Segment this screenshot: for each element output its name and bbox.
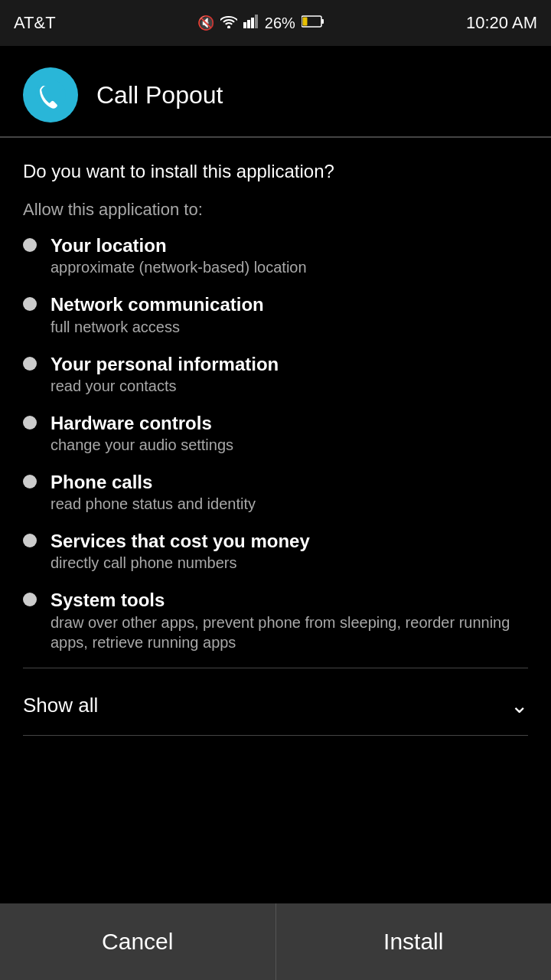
permission-desc: change your audio settings bbox=[51, 435, 233, 455]
mute-icon: 🔇 bbox=[197, 15, 214, 31]
app-header: Call Popout bbox=[0, 46, 551, 136]
bottom-buttons: Cancel Install bbox=[0, 903, 551, 980]
permission-bullet bbox=[23, 593, 37, 606]
status-icons: 🔇 26% bbox=[197, 15, 324, 32]
permission-phone-calls: Phone calls read phone status and identi… bbox=[23, 470, 528, 514]
show-all-label: Show all bbox=[23, 694, 98, 717]
permission-personal-info: Your personal information read your cont… bbox=[23, 352, 528, 396]
main-content: Do you want to install this application?… bbox=[0, 138, 551, 652]
permission-desc: read phone status and identity bbox=[51, 494, 256, 514]
permission-cost-money: Services that cost you money directly ca… bbox=[23, 529, 528, 573]
permission-text: Your location approximate (network-based… bbox=[51, 234, 307, 277]
cancel-button[interactable]: Cancel bbox=[0, 903, 276, 980]
permission-text: Hardware controls change your audio sett… bbox=[51, 411, 233, 455]
permission-bullet bbox=[23, 416, 37, 430]
battery-percentage: 26% bbox=[265, 15, 295, 32]
install-question: Do you want to install this application? bbox=[23, 159, 528, 183]
permission-title: System tools bbox=[51, 588, 528, 612]
wifi-icon bbox=[220, 15, 237, 32]
permission-bullet bbox=[23, 475, 37, 488]
clock: 10:20 AM bbox=[466, 13, 537, 33]
svg-rect-0 bbox=[243, 22, 246, 28]
permission-title: Hardware controls bbox=[51, 411, 233, 435]
permission-bullet bbox=[23, 357, 37, 371]
permission-location: Your location approximate (network-based… bbox=[23, 234, 528, 277]
permission-text: Network communication full network acces… bbox=[51, 292, 264, 336]
permission-system-tools: System tools draw over other apps, preve… bbox=[23, 588, 528, 652]
app-icon bbox=[23, 67, 78, 122]
permission-text: Services that cost you money directly ca… bbox=[51, 529, 310, 573]
permission-bullet bbox=[23, 297, 37, 311]
permission-title: Your location bbox=[51, 234, 307, 257]
permission-bullet bbox=[23, 534, 37, 547]
show-all-divider bbox=[23, 735, 528, 736]
carrier-label: AT&T bbox=[14, 13, 56, 33]
permission-hardware: Hardware controls change your audio sett… bbox=[23, 411, 528, 455]
permission-title: Services that cost you money bbox=[51, 529, 310, 553]
permission-desc: read your contacts bbox=[51, 376, 279, 396]
permission-network: Network communication full network acces… bbox=[23, 292, 528, 336]
svg-rect-1 bbox=[247, 20, 250, 28]
show-all-row[interactable]: Show all ⌄ bbox=[0, 676, 551, 735]
permission-text: System tools draw over other apps, preve… bbox=[51, 588, 528, 652]
allow-label: Allow this application to: bbox=[23, 200, 528, 220]
permission-desc: directly call phone numbers bbox=[51, 553, 310, 573]
permission-title: Network communication bbox=[51, 292, 264, 316]
permission-text: Phone calls read phone status and identi… bbox=[51, 470, 256, 514]
permission-title: Your personal information bbox=[51, 352, 279, 376]
svg-rect-2 bbox=[251, 18, 254, 28]
permission-desc: draw over other apps, prevent phone from… bbox=[51, 612, 528, 652]
permission-text: Your personal information read your cont… bbox=[51, 352, 279, 396]
permission-bullet bbox=[23, 238, 37, 252]
install-button[interactable]: Install bbox=[276, 903, 552, 980]
svg-rect-6 bbox=[302, 17, 307, 25]
chevron-down-icon: ⌄ bbox=[510, 693, 528, 718]
content-divider bbox=[23, 668, 528, 668]
permission-desc: approximate (network-based) location bbox=[51, 257, 307, 277]
app-name: Call Popout bbox=[96, 81, 223, 109]
permission-desc: full network access bbox=[51, 317, 264, 337]
battery-icon bbox=[302, 15, 324, 31]
svg-rect-3 bbox=[255, 15, 258, 28]
svg-rect-5 bbox=[321, 19, 324, 24]
permissions-list: Your location approximate (network-based… bbox=[23, 234, 528, 652]
signal-icon bbox=[243, 15, 259, 32]
permission-title: Phone calls bbox=[51, 470, 256, 494]
status-bar: AT&T 🔇 26% 10:20 AM bbox=[0, 0, 551, 46]
